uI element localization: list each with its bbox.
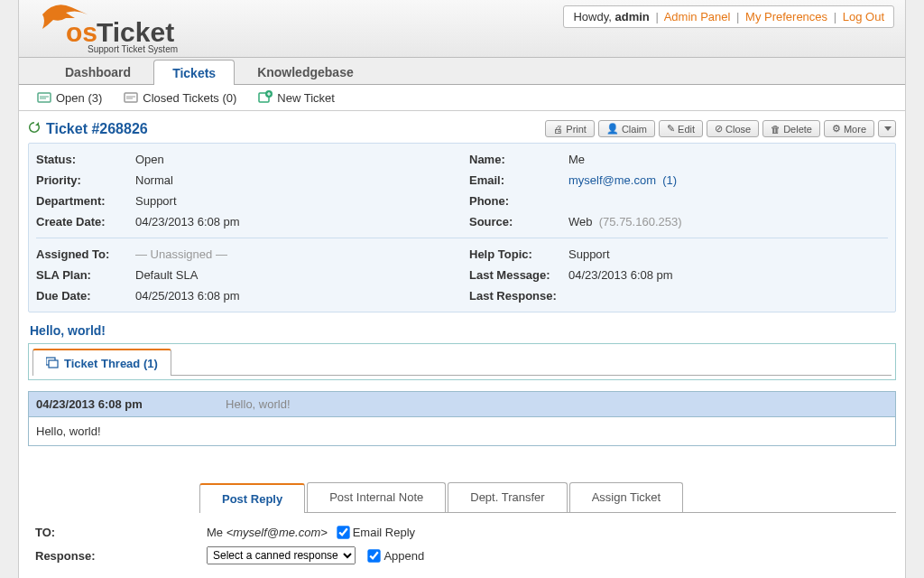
svg-rect-2 (38, 93, 51, 102)
ticket-closed-icon (124, 90, 138, 105)
nav-tickets[interactable]: Tickets (153, 60, 235, 85)
sla-label: SLA Plan: (36, 268, 135, 282)
svg-text:os: os (66, 17, 97, 47)
subnav-closed[interactable]: Closed Tickets (0) (124, 90, 236, 105)
priority-label: Priority: (36, 173, 135, 187)
sub-nav: Open (3) Closed Tickets (0) New Ticket (19, 85, 905, 111)
ticket-open-icon (37, 90, 51, 105)
ban-icon: ⊘ (715, 123, 723, 135)
reply-tabs: Post Reply Post Internal Note Dept. Tran… (199, 482, 896, 513)
message-timestamp: 04/23/2013 6:08 pm (36, 397, 226, 411)
thread-tab[interactable]: Ticket Thread (1) (32, 349, 171, 376)
email-count[interactable]: (1) (662, 173, 677, 187)
tab-assign-ticket[interactable]: Assign Ticket (569, 482, 684, 512)
due-label: Due Date: (36, 289, 135, 303)
last-resp-label: Last Response: (469, 289, 568, 303)
to-label: TO: (35, 526, 207, 539)
username: admin (614, 10, 649, 23)
main-nav: Dashboard Tickets Knowledgebase (19, 58, 905, 85)
reply-body: TO: Me <myself@me.com> Email Reply Respo… (28, 513, 896, 568)
user-box: Howdy, admin | Admin Panel | My Preferen… (563, 5, 894, 28)
topic-value: Support (568, 247, 610, 261)
topic-label: Help Topic: (469, 247, 568, 261)
ticket-info: Status:Open Priority:Normal Department:S… (28, 143, 896, 312)
tab-dept-transfer[interactable]: Dept. Transfer (448, 482, 567, 512)
new-ticket-icon (258, 90, 273, 105)
thread-container: Ticket Thread (1) (28, 343, 896, 380)
edit-button[interactable]: ✎Edit (659, 120, 703, 137)
user-icon: 👤 (606, 123, 619, 135)
last-msg-label: Last Message: (469, 268, 568, 282)
status-label: Status: (36, 153, 135, 166)
create-date-label: Create Date: (36, 215, 135, 228)
assigned-label: Assigned To: (36, 247, 135, 261)
status-value: Open (135, 153, 164, 166)
name-label: Name: (469, 153, 568, 166)
to-name: Me (207, 526, 226, 539)
claim-button[interactable]: 👤Claim (598, 120, 655, 137)
svg-text:Ticket: Ticket (97, 17, 174, 47)
refresh-icon[interactable] (28, 121, 41, 137)
message-subject: Hello, world! (226, 397, 291, 411)
create-date-value: 04/23/2013 6:08 pm (135, 215, 240, 228)
thread-icon (46, 356, 59, 371)
message-body: Hello, world! (29, 417, 895, 445)
subnav-open[interactable]: Open (3) (37, 90, 102, 105)
priority-value: Normal (135, 173, 173, 187)
gear-icon: ⚙ (832, 123, 841, 135)
email-reply-checkbox[interactable] (337, 526, 349, 538)
phone-label: Phone: (469, 194, 568, 208)
my-preferences-link[interactable]: My Preferences (745, 10, 827, 23)
info-divider (36, 238, 888, 238)
email-label: Email: (469, 173, 568, 187)
canned-response-select[interactable]: Select a canned response (207, 546, 356, 564)
message-block: 04/23/2013 6:08 pm Hello, world! Hello, … (28, 391, 896, 446)
email-value[interactable]: myself@me.com (568, 173, 656, 187)
more-button[interactable]: ⚙More (824, 120, 874, 137)
name-value: Me (568, 153, 585, 166)
app-window: os Ticket Support Ticket System Howdy, a… (18, 0, 906, 578)
to-email: <myself@me.com> (226, 526, 328, 539)
title-row: Ticket #268826 🖨Print 👤Claim ✎Edit ⊘Clos… (28, 120, 896, 137)
content: Ticket #268826 🖨Print 👤Claim ✎Edit ⊘Clos… (19, 111, 905, 578)
delete-button[interactable]: 🗑Delete (762, 120, 820, 137)
ticket-subject: Hello, world! (30, 323, 894, 338)
sla-value: Default SLA (135, 268, 198, 282)
response-label: Response: (35, 549, 207, 563)
print-icon: 🖨 (553, 124, 563, 135)
due-value: 04/25/2013 6:08 pm (135, 289, 240, 303)
pencil-icon: ✎ (667, 123, 675, 135)
print-button[interactable]: 🖨Print (545, 120, 595, 137)
action-buttons: 🖨Print 👤Claim ✎Edit ⊘Close 🗑Delete ⚙More (545, 120, 896, 137)
greeting-prefix: Howdy, (573, 10, 614, 23)
top-bar: os Ticket Support Ticket System Howdy, a… (19, 0, 905, 58)
nav-knowledgebase[interactable]: Knowledgebase (238, 59, 373, 84)
last-msg-value: 04/23/2013 6:08 pm (568, 268, 673, 282)
log-out-link[interactable]: Log Out (843, 10, 884, 23)
department-value: Support (135, 194, 177, 208)
email-reply-label: Email Reply (353, 526, 415, 539)
source-ip: (75.75.160.253) (599, 215, 682, 228)
more-dropdown[interactable] (878, 120, 896, 137)
svg-rect-7 (49, 360, 58, 368)
svg-rect-3 (125, 93, 137, 102)
append-checkbox[interactable] (368, 549, 381, 562)
tab-post-reply[interactable]: Post Reply (199, 483, 305, 513)
assigned-value: — Unassigned — (135, 247, 227, 261)
logo-tagline: Support Ticket System (88, 44, 178, 54)
thread-tabs: Ticket Thread (1) (32, 348, 892, 376)
logo: os Ticket Support Ticket System (33, 2, 205, 57)
ticket-title: Ticket #268826 (28, 121, 148, 137)
tab-internal-note[interactable]: Post Internal Note (307, 482, 446, 512)
admin-panel-link[interactable]: Admin Panel (664, 10, 731, 23)
trash-icon: 🗑 (771, 124, 781, 135)
chevron-down-icon (884, 126, 892, 131)
source-label: Source: (469, 215, 568, 228)
message-header: 04/23/2013 6:08 pm Hello, world! (29, 392, 895, 417)
nav-dashboard[interactable]: Dashboard (46, 59, 150, 84)
source-value: Web (568, 215, 593, 228)
append-label: Append (383, 549, 424, 563)
close-button[interactable]: ⊘Close (707, 120, 759, 137)
subnav-new-ticket[interactable]: New Ticket (258, 90, 335, 105)
department-label: Department: (36, 194, 135, 208)
